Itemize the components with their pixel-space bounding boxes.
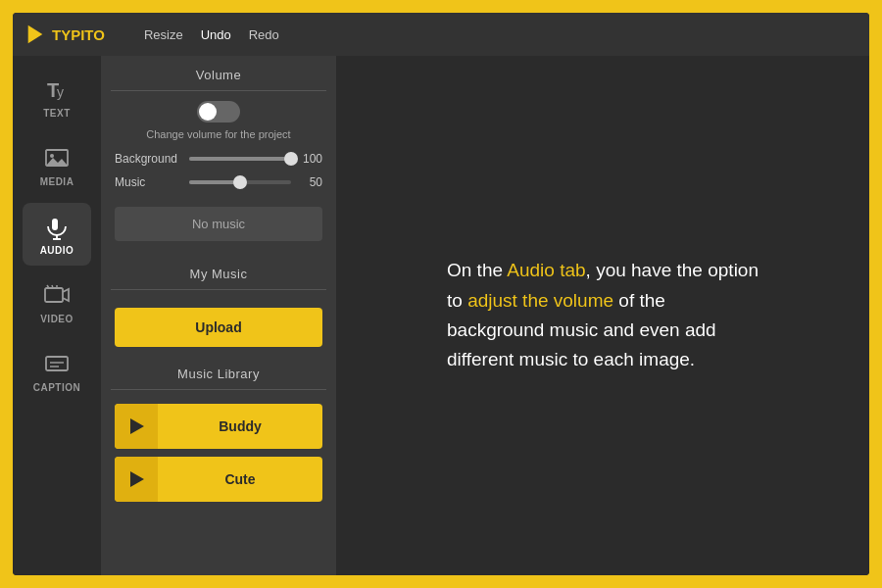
sidebar-item-media[interactable]: MEDIA <box>23 134 91 197</box>
header-nav: Resize Undo Redo <box>144 27 279 42</box>
text-icon: T y <box>43 75 71 103</box>
svg-point-4 <box>50 154 54 158</box>
svg-text:y: y <box>57 84 64 100</box>
background-slider-thumb[interactable] <box>284 152 298 166</box>
highlight-audio-tab: Audio tab <box>507 260 585 280</box>
video-icon <box>43 281 71 309</box>
volume-section-title: Volume <box>101 56 336 90</box>
my-music-title: My Music <box>101 255 336 289</box>
audio-panel: Volume Change volume for the project Bac… <box>101 56 336 575</box>
content-area: On the Audio tab, you have the option to… <box>336 56 869 575</box>
sidebar-label-text: TEXT <box>43 108 71 119</box>
sidebar-item-caption[interactable]: CAPTION <box>23 340 91 403</box>
svg-rect-12 <box>46 357 68 370</box>
nav-redo[interactable]: Redo <box>249 27 279 42</box>
sidebar-item-video[interactable]: VIDEO <box>23 271 91 334</box>
volume-toggle[interactable] <box>197 101 240 122</box>
content-description: On the Audio tab, you have the option to… <box>447 256 759 375</box>
music-value: 50 <box>299 175 322 189</box>
main-area: T y TEXT MEDIA <box>13 56 869 575</box>
music-label: Music <box>115 175 181 189</box>
sidebar: T y TEXT MEDIA <box>13 56 101 575</box>
music-slider-thumb[interactable] <box>233 175 247 189</box>
svg-line-10 <box>52 285 53 288</box>
sidebar-label-video: VIDEO <box>40 314 74 324</box>
svg-marker-0 <box>28 25 43 43</box>
sidebar-label-media: MEDIA <box>40 176 74 187</box>
sidebar-item-text[interactable]: T y TEXT <box>23 66 91 128</box>
caption-icon <box>43 350 71 377</box>
play-button-cute[interactable] <box>115 457 158 502</box>
music-label-buddy: Buddy <box>158 418 322 434</box>
play-icon-cute <box>130 471 144 487</box>
no-music-button[interactable]: No music <box>115 207 322 241</box>
music-slider-row: Music 50 <box>101 175 336 189</box>
music-item-buddy[interactable]: Buddy <box>115 404 322 449</box>
toggle-knob <box>199 103 217 121</box>
my-music-divider <box>111 289 326 290</box>
sidebar-item-audio[interactable]: AUDIO <box>23 203 91 266</box>
sidebar-label-audio: AUDIO <box>40 245 74 256</box>
nav-resize[interactable]: Resize <box>144 27 183 42</box>
music-library-divider <box>111 389 326 390</box>
play-button-buddy[interactable] <box>115 404 158 449</box>
media-icon <box>43 144 71 172</box>
background-slider-row: Background 100 <box>101 152 336 166</box>
header: TYPITO Resize Undo Redo <box>13 13 869 56</box>
svg-rect-8 <box>45 288 63 302</box>
background-slider-fill <box>189 157 291 161</box>
logo: TYPITO <box>24 24 105 45</box>
volume-divider <box>111 90 326 91</box>
background-slider-track[interactable] <box>189 157 291 161</box>
sidebar-label-caption: CAPTION <box>33 382 81 393</box>
highlight-adjust-volume: adjust the volume <box>467 290 613 311</box>
logo-text: TYPITO <box>52 26 105 43</box>
music-label-cute: Cute <box>158 471 322 487</box>
play-icon-buddy <box>130 418 144 434</box>
background-label: Background <box>115 152 181 166</box>
volume-change-label: Change volume for the project <box>101 128 336 140</box>
background-value: 100 <box>299 152 322 166</box>
music-item-cute[interactable]: Cute <box>115 457 322 502</box>
music-slider-track[interactable] <box>189 180 291 184</box>
upload-button[interactable]: Upload <box>115 308 322 347</box>
volume-toggle-row <box>101 101 336 122</box>
music-library-title: Music Library <box>101 355 336 389</box>
nav-undo[interactable]: Undo <box>201 27 231 42</box>
svg-rect-5 <box>52 219 58 230</box>
audio-icon <box>43 213 71 240</box>
